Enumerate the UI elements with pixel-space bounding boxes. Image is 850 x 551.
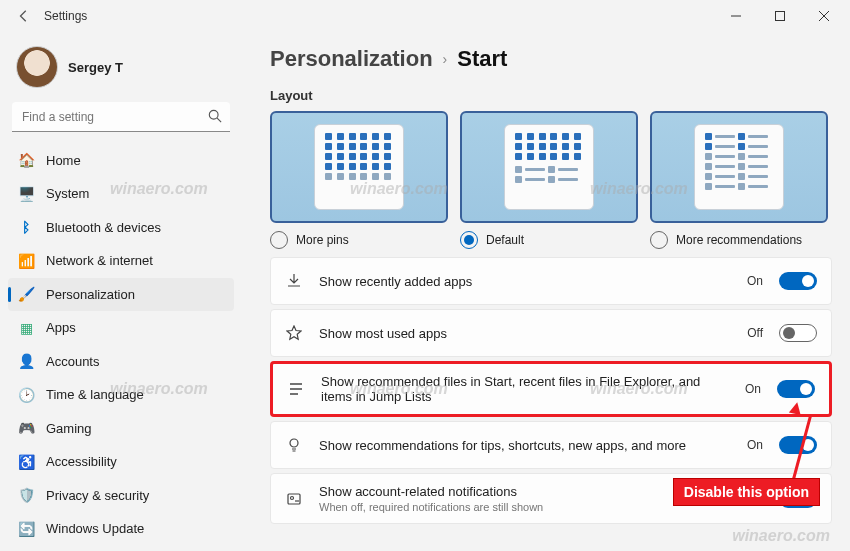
maximize-button[interactable]	[758, 0, 802, 32]
sidebar-item-home[interactable]: 🏠Home	[8, 144, 234, 177]
svg-rect-0	[776, 12, 785, 21]
svg-point-4	[291, 496, 294, 499]
bluetooth-icon: ᛒ	[18, 219, 34, 235]
search-input[interactable]	[12, 102, 230, 132]
layout-preview	[460, 111, 638, 223]
chevron-right-icon: ›	[443, 51, 448, 67]
toggle-tips[interactable]: Show recommendations for tips, shortcuts…	[270, 421, 832, 469]
search-icon	[208, 109, 222, 127]
sidebar-item-accessibility[interactable]: ♿Accessibility	[8, 446, 234, 479]
breadcrumb: Personalization › Start	[270, 46, 832, 72]
accounts-icon: 👤	[18, 353, 34, 369]
toggle-switch[interactable]	[779, 436, 817, 454]
annotation-arrow-head	[789, 401, 803, 415]
toggle-switch[interactable]	[777, 380, 815, 398]
sidebar-item-privacy[interactable]: 🛡️Privacy & security	[8, 479, 234, 512]
close-button[interactable]	[802, 0, 846, 32]
toggle-most-used[interactable]: Show most used apps Off	[270, 309, 832, 357]
download-icon	[285, 273, 303, 289]
gaming-icon: 🎮	[18, 420, 34, 436]
radio-icon	[650, 231, 668, 249]
radio-icon	[270, 231, 288, 249]
card-icon	[285, 491, 303, 507]
sidebar-item-network[interactable]: 📶Network & internet	[8, 245, 234, 278]
minimize-button[interactable]	[714, 0, 758, 32]
main-content: Personalization › Start Layout More pins…	[242, 32, 850, 551]
toggle-switch[interactable]	[779, 324, 817, 342]
layout-default[interactable]: Default	[460, 111, 638, 249]
accessibility-icon: ♿	[18, 454, 34, 470]
apps-icon: ▦	[18, 320, 34, 336]
home-icon: 🏠	[18, 152, 34, 168]
system-icon: 🖥️	[18, 186, 34, 202]
nav: 🏠Home 🖥️System ᛒBluetooth & devices 📶Net…	[8, 144, 234, 545]
svg-rect-3	[288, 494, 300, 504]
layout-heading: Layout	[270, 88, 832, 103]
sidebar-item-apps[interactable]: ▦Apps	[8, 312, 234, 345]
star-icon	[285, 325, 303, 341]
sidebar-item-update[interactable]: 🔄Windows Update	[8, 513, 234, 546]
sidebar: Sergey T 🏠Home 🖥️System ᛒBluetooth & dev…	[0, 32, 242, 551]
list-icon	[287, 381, 305, 397]
sidebar-item-accounts[interactable]: 👤Accounts	[8, 345, 234, 378]
toggle-switch[interactable]	[779, 272, 817, 290]
layout-more-pins[interactable]: More pins	[270, 111, 448, 249]
sidebar-item-time[interactable]: 🕑Time & language	[8, 379, 234, 412]
sidebar-item-gaming[interactable]: 🎮Gaming	[8, 412, 234, 445]
personalization-icon: 🖌️	[18, 286, 34, 302]
time-icon: 🕑	[18, 387, 34, 403]
annotation-callout: Disable this option	[673, 478, 820, 506]
sidebar-item-system[interactable]: 🖥️System	[8, 178, 234, 211]
sidebar-item-personalization[interactable]: 🖌️Personalization	[8, 278, 234, 311]
toggle-recommended-files[interactable]: Show recommended files in Start, recent …	[270, 361, 832, 417]
layout-preview	[650, 111, 828, 223]
avatar	[16, 46, 58, 88]
titlebar: Settings	[0, 0, 850, 32]
search-box[interactable]	[12, 102, 230, 132]
radio-selected-icon	[460, 231, 478, 249]
breadcrumb-current: Start	[457, 46, 507, 72]
breadcrumb-parent[interactable]: Personalization	[270, 46, 433, 72]
update-icon: 🔄	[18, 521, 34, 537]
privacy-icon: 🛡️	[18, 487, 34, 503]
layout-options: More pins Default More recommendations	[270, 111, 832, 249]
toggle-recently-added[interactable]: Show recently added apps On	[270, 257, 832, 305]
layout-preview	[270, 111, 448, 223]
profile[interactable]: Sergey T	[8, 38, 234, 102]
svg-point-1	[209, 110, 218, 119]
svg-point-2	[290, 439, 298, 447]
sidebar-item-bluetooth[interactable]: ᛒBluetooth & devices	[8, 211, 234, 244]
bulb-icon	[285, 437, 303, 453]
network-icon: 📶	[18, 253, 34, 269]
profile-name: Sergey T	[68, 60, 123, 75]
layout-more-recs[interactable]: More recommendations	[650, 111, 828, 249]
back-button[interactable]	[12, 4, 36, 28]
window-title: Settings	[44, 9, 87, 23]
